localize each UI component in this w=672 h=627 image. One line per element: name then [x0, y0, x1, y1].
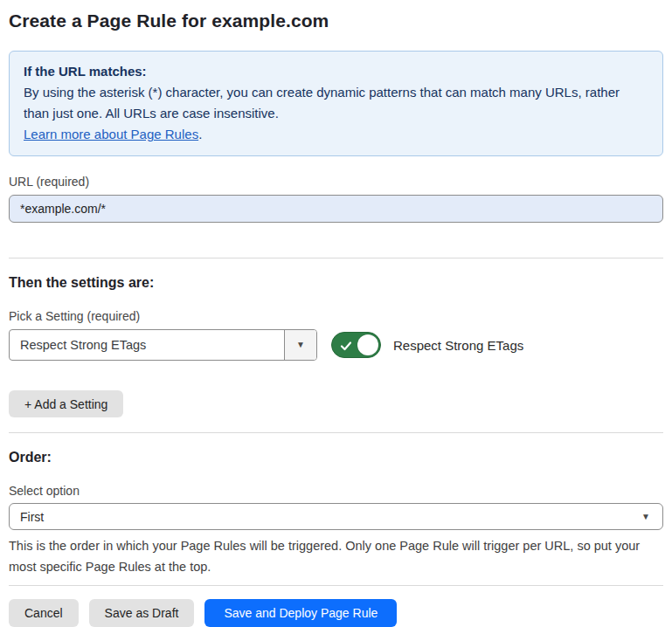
setting-row: Respect Strong ETags ▼ Respect Strong ET… [9, 329, 663, 361]
add-setting-button[interactable]: + Add a Setting [9, 390, 123, 417]
setting-select-value: Respect Strong ETags [10, 330, 284, 360]
etag-toggle-group: Respect Strong ETags [331, 332, 523, 358]
check-icon [340, 340, 352, 352]
order-description: This is the order in which your Page Rul… [9, 535, 663, 577]
info-box-body: By using the asterisk (*) character, you… [24, 82, 648, 124]
etag-toggle-label: Respect Strong ETags [393, 338, 523, 353]
url-input[interactable] [9, 195, 663, 223]
info-box-heading: If the URL matches: [24, 61, 648, 82]
chevron-down-icon: ▼ [296, 341, 305, 349]
cancel-button[interactable]: Cancel [9, 599, 79, 627]
save-draft-button[interactable]: Save as Draft [89, 599, 195, 627]
url-match-info-box: If the URL matches: By using the asteris… [9, 51, 663, 156]
order-select-value: First [20, 510, 44, 524]
toggle-knob [357, 334, 378, 355]
order-select[interactable]: First ▼ [9, 503, 663, 530]
section-divider [9, 258, 663, 258]
order-select-label: Select option [9, 484, 663, 498]
chevron-down-icon: ▼ [641, 513, 650, 521]
url-field-label: URL (required) [9, 175, 663, 189]
order-section-heading: Order: [9, 450, 663, 465]
setting-select-arrow-button[interactable]: ▼ [284, 330, 316, 360]
footer-divider [9, 585, 663, 586]
section-divider [9, 432, 663, 433]
info-box-link-line: Learn more about Page Rules. [24, 124, 648, 145]
link-suffix: . [198, 127, 202, 141]
etag-toggle[interactable] [331, 332, 381, 358]
settings-section-heading: Then the settings are: [9, 275, 663, 291]
footer-actions: Cancel Save as Draft Save and Deploy Pag… [9, 599, 663, 627]
page-title: Create a Page Rule for example.com [9, 9, 663, 31]
pick-setting-label: Pick a Setting (required) [9, 309, 663, 323]
setting-select[interactable]: Respect Strong ETags ▼ [9, 329, 317, 361]
save-deploy-button[interactable]: Save and Deploy Page Rule [204, 599, 397, 627]
page-rule-form: Create a Page Rule for example.com If th… [0, 0, 672, 627]
learn-more-link[interactable]: Learn more about Page Rules [24, 127, 198, 141]
